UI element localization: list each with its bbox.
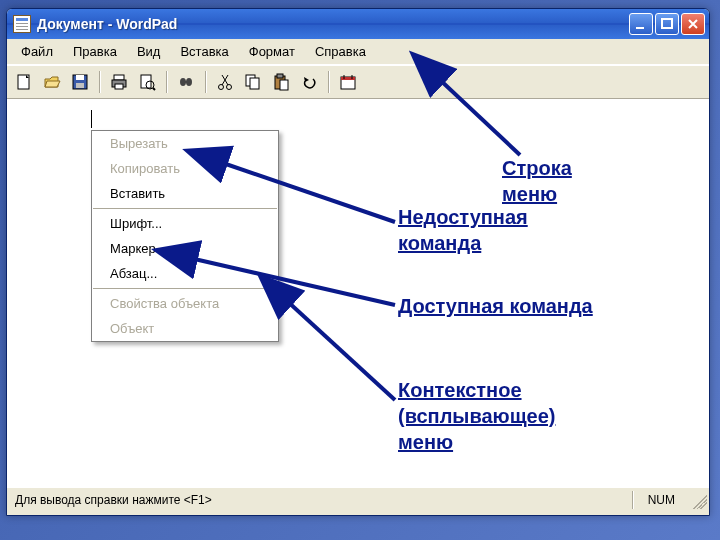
window-title: Документ - WordPad [37,16,629,32]
statusbar: Для вывода справки нажмите <F1> NUM [7,487,709,511]
toolbar [7,65,709,99]
minimize-button[interactable] [629,13,653,35]
menu-format[interactable]: Формат [239,41,305,62]
menu-help[interactable]: Справка [305,41,376,62]
cm-cut: Вырезать [92,131,278,156]
svg-rect-20 [277,74,283,78]
copy-icon[interactable] [242,71,264,93]
toolbar-separator [166,71,167,93]
print-icon[interactable] [108,71,130,93]
text-cursor [91,110,92,128]
svg-rect-8 [115,84,123,89]
menubar: Файл Правка Вид Вставка Формат Справка [7,39,709,65]
titlebar: Документ - WordPad [7,9,709,39]
cm-copy: Копировать [92,156,278,181]
save-icon[interactable] [69,71,91,93]
cm-separator [93,288,277,289]
app-window: Документ - WordPad Файл Правка Вид Встав… [6,8,710,516]
toolbar-separator [205,71,206,93]
maximize-button[interactable] [655,13,679,35]
menu-edit[interactable]: Правка [63,41,127,62]
cm-paste[interactable]: Вставить [92,181,278,206]
resize-grip[interactable] [689,491,707,509]
svg-rect-23 [341,77,355,80]
annotation-context-menu: Контекстное (всплывающее) меню [398,377,555,455]
annotation-enabled-cmd: Доступная команда [398,293,593,319]
menu-view[interactable]: Вид [127,41,171,62]
cm-obj-props: Свойства объекта [92,291,278,316]
annotation-menubar: Строка меню [502,155,572,207]
svg-rect-5 [76,83,84,88]
svg-rect-21 [280,80,288,90]
print-preview-icon[interactable] [136,71,158,93]
status-help: Для вывода справки нажмите <F1> [7,491,633,509]
toolbar-separator [99,71,100,93]
annotation-disabled-cmd: Недоступная команда [398,204,528,256]
cut-icon[interactable] [214,71,236,93]
undo-icon[interactable] [298,71,320,93]
datetime-icon[interactable] [337,71,359,93]
svg-rect-1 [662,19,672,28]
svg-rect-14 [185,81,187,83]
open-icon[interactable] [41,71,63,93]
menu-file[interactable]: Файл [11,41,63,62]
cm-separator [93,208,277,209]
svg-rect-6 [114,75,124,80]
new-icon[interactable] [13,71,35,93]
app-icon [13,15,31,33]
window-buttons [629,13,705,35]
cm-object: Объект [92,316,278,341]
svg-line-11 [153,88,155,90]
document-area[interactable]: Вырезать Копировать Вставить Шрифт... Ма… [7,99,709,487]
status-num: NUM [633,491,689,509]
menu-insert[interactable]: Вставка [170,41,238,62]
cm-bullet[interactable]: Маркер [92,236,278,261]
cm-font[interactable]: Шрифт... [92,211,278,236]
find-icon[interactable] [175,71,197,93]
svg-point-16 [227,85,232,90]
svg-rect-4 [76,75,84,80]
svg-rect-0 [636,27,644,29]
context-menu: Вырезать Копировать Вставить Шрифт... Ма… [91,130,279,342]
paste-icon[interactable] [270,71,292,93]
svg-rect-18 [250,78,259,89]
cm-paragraph[interactable]: Абзац... [92,261,278,286]
svg-point-15 [219,85,224,90]
toolbar-separator [328,71,329,93]
close-button[interactable] [681,13,705,35]
